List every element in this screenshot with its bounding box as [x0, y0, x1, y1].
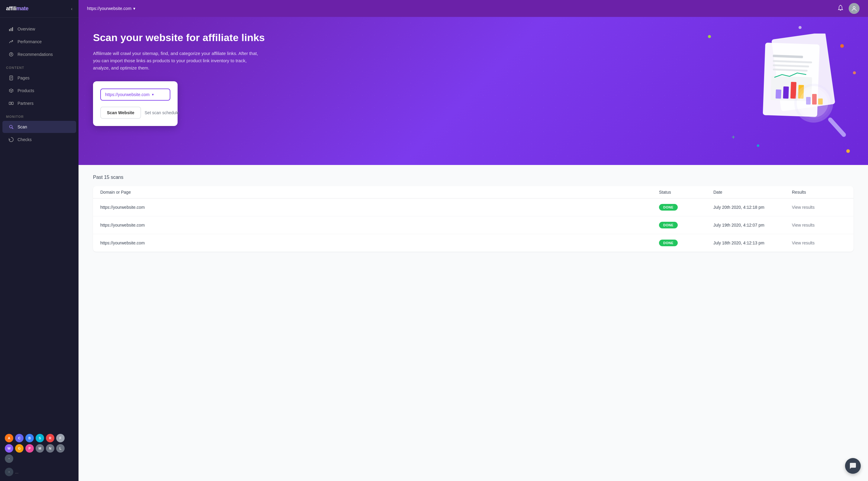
svg-rect-29: [806, 97, 811, 104]
col-domain: Domain or Page: [100, 190, 659, 194]
partners-icon: [8, 100, 14, 106]
row3-status: DONE: [659, 240, 713, 246]
svg-rect-23: [783, 86, 789, 99]
status-badge: DONE: [659, 222, 678, 229]
svg-rect-1: [10, 28, 11, 31]
hero-illustration: [741, 23, 856, 159]
main-content: https://yourwebsite.com ▾: [79, 0, 868, 481]
hero-banner: + Scan your website for affiliate links …: [79, 17, 868, 165]
scans-table: Domain or Page Status Date Results https…: [93, 186, 854, 252]
partner-logo-w: W: [5, 444, 13, 453]
scan-history-area: Past 15 scans Domain or Page Status Date…: [79, 165, 868, 481]
svg-line-13: [12, 128, 13, 129]
partner-logo-f: F: [56, 434, 65, 442]
sidebar-item-pages[interactable]: Pages: [2, 72, 76, 84]
more-logos-text: ...: [15, 470, 19, 474]
set-scan-schedule-button[interactable]: Set scan schedule: [145, 110, 179, 115]
sidebar-overview-label: Overview: [18, 27, 35, 31]
sidebar-item-products[interactable]: Products: [2, 85, 76, 97]
partner-logo-a: A: [5, 434, 13, 442]
svg-rect-31: [818, 98, 823, 104]
row2-domain: https://yourwebsite.com: [100, 223, 659, 228]
logo-accent: mate: [16, 5, 28, 11]
scan-card: https://yourwebsite.com ▾ Scan Website S…: [93, 81, 178, 126]
table-row: https://yourwebsite.com DONE July 18th 2…: [93, 234, 854, 252]
row2-date: July 19th 2020, 4:12:07 pm: [713, 223, 792, 228]
sidebar-collapse-button[interactable]: ‹: [71, 6, 72, 11]
partner-logo-m: M: [36, 444, 44, 453]
chat-bubble-button[interactable]: [845, 458, 861, 474]
table-header-row: Domain or Page Status Date Results: [93, 186, 854, 199]
content-section-label: CONTENT: [0, 61, 79, 71]
topbar-actions: [837, 3, 860, 14]
domain-selector[interactable]: https://yourwebsite.com ▾: [87, 6, 135, 11]
sidebar: affilimate ‹ Overview Performance: [0, 0, 79, 481]
notifications-bell-icon[interactable]: [837, 4, 844, 13]
sidebar-performance-label: Performance: [18, 39, 42, 44]
row2-status: DONE: [659, 222, 713, 229]
topbar: https://yourwebsite.com ▾: [79, 0, 868, 17]
partner-logo-c: C: [15, 434, 24, 442]
hero-title: Scan your website for affiliate links: [93, 31, 265, 44]
sidebar-item-overview[interactable]: Overview: [2, 23, 76, 35]
pages-icon: [8, 75, 14, 81]
partner-logo-r: R: [46, 434, 54, 442]
sidebar-partners-label: Partners: [18, 101, 33, 106]
svg-rect-10: [11, 102, 13, 104]
past-scans-title: Past 15 scans: [93, 175, 854, 180]
view-results-link[interactable]: View results: [792, 205, 814, 210]
url-dropdown-value: https://yourwebsite.com: [105, 92, 150, 97]
row3-date: July 18th 2020, 4:12:13 pm: [713, 241, 792, 245]
sidebar-item-scan[interactable]: Scan: [2, 121, 76, 133]
status-badge: DONE: [659, 240, 678, 246]
url-chevron-icon: ▾: [152, 92, 165, 97]
svg-rect-0: [9, 29, 10, 31]
partner-logo-more: ·: [5, 468, 13, 476]
view-results-link-3[interactable]: View results: [792, 241, 814, 245]
col-results: Results: [792, 190, 846, 194]
partner-logo-p: P: [25, 444, 34, 453]
table-row: https://yourwebsite.com DONE July 20th 2…: [93, 199, 854, 216]
sidebar-item-partners[interactable]: Partners: [2, 97, 76, 109]
sidebar-scan-label: Scan: [18, 124, 27, 129]
user-avatar[interactable]: [849, 3, 860, 14]
scan-website-button[interactable]: Scan Website: [100, 107, 141, 119]
row1-domain: https://yourwebsite.com: [100, 205, 659, 210]
sidebar-recommendations-label: Recommendations: [18, 52, 53, 57]
scan-icon: [8, 124, 14, 130]
partner-logo-b: B: [25, 434, 34, 442]
sidebar-item-checks[interactable]: Checks: [2, 133, 76, 146]
domain-chevron-icon: ▾: [133, 6, 135, 11]
row1-date: July 20th 2020, 4:12:18 pm: [713, 205, 792, 210]
sidebar-header: affilimate ‹: [0, 0, 79, 18]
svg-rect-22: [776, 89, 781, 99]
partner-logo-g: G: [15, 444, 24, 453]
partner-logo-l: L: [56, 444, 65, 453]
status-badge: DONE: [659, 204, 678, 211]
checks-icon: [8, 137, 14, 142]
monitor-section-label: MONITOR: [0, 110, 79, 120]
recommendations-icon: [8, 52, 14, 57]
partner-logo-s: S: [36, 434, 44, 442]
sidebar-products-label: Products: [18, 88, 34, 93]
col-status: Status: [659, 190, 713, 194]
sidebar-item-performance[interactable]: Performance: [2, 36, 76, 48]
performance-icon: [8, 39, 14, 44]
col-date: Date: [713, 190, 792, 194]
svg-rect-9: [9, 102, 11, 104]
svg-rect-2: [12, 27, 13, 31]
app-logo: affilimate: [6, 5, 28, 12]
sidebar-checks-label: Checks: [18, 137, 32, 142]
sidebar-pages-label: Pages: [18, 76, 30, 80]
table-row: https://yourwebsite.com DONE July 19th 2…: [93, 216, 854, 234]
url-dropdown[interactable]: https://yourwebsite.com ▾: [100, 89, 170, 100]
svg-point-14: [853, 7, 855, 9]
domain-url: https://yourwebsite.com: [87, 6, 131, 11]
view-results-link-2[interactable]: View results: [792, 223, 814, 228]
products-icon: [8, 88, 14, 93]
card-actions: Scan Website Set scan schedule: [100, 107, 170, 119]
partner-logo-n: N: [46, 444, 54, 453]
svg-rect-30: [812, 94, 817, 104]
sidebar-item-recommendations[interactable]: Recommendations: [2, 48, 76, 60]
row2-results: View results: [792, 223, 846, 228]
